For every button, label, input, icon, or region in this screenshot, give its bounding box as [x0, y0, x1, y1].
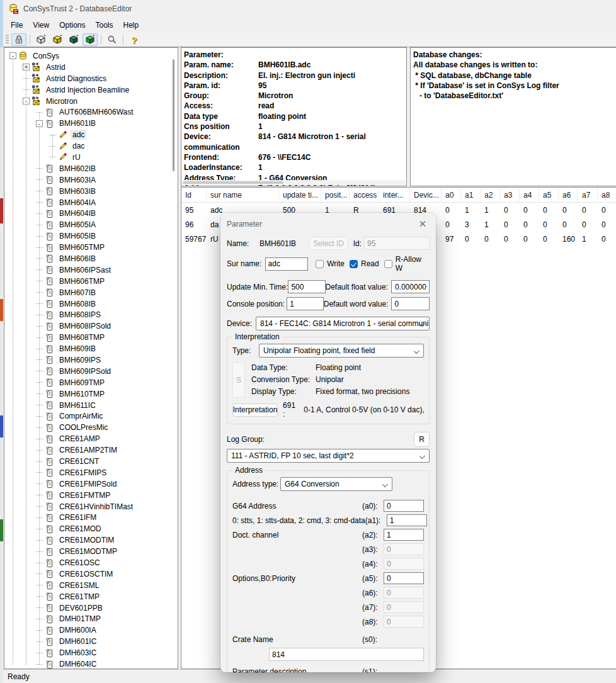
- lock-icon[interactable]: [11, 33, 26, 46]
- tree-item-Astrid Diagnostics[interactable]: Astrid Diagnostics: [6, 73, 169, 84]
- tree-item-label[interactable]: rU: [71, 152, 83, 162]
- tree-item-label[interactable]: BMH607IB: [57, 288, 98, 298]
- tree-item-label[interactable]: CRE61HVinhibTIMast: [57, 502, 135, 512]
- tree-item-label[interactable]: BMH606IPSast: [57, 265, 113, 275]
- tree-item-label[interactable]: AUT606BMH606Wast: [57, 107, 135, 117]
- tree-item-CRE61OSCTIM[interactable]: CRE61OSCTIM: [6, 568, 169, 580]
- column-header-access[interactable]: access: [350, 188, 379, 202]
- tree-item-Astrid Injection Beamline[interactable]: Astrid Injection Beamline: [6, 84, 169, 96]
- tree-item-rU[interactable]: rU: [6, 152, 169, 163]
- tree-item-COOLPresMic[interactable]: COOLPresMic: [6, 422, 169, 433]
- db-white-icon[interactable]: *: [33, 33, 48, 46]
- tree-item-label[interactable]: CRE61CNT: [57, 456, 101, 466]
- column-header-a3[interactable]: a3: [500, 188, 520, 202]
- tree-item-DEV601PPB[interactable]: DEV601PPB: [6, 602, 169, 614]
- tree-item-label[interactable]: BMH606IB: [57, 254, 98, 264]
- toolbar-grip[interactable]: [6, 35, 9, 45]
- tree-item-label[interactable]: CRE61MODTIM: [57, 535, 116, 545]
- read-checkbox[interactable]: Read: [350, 259, 379, 268]
- tree-item-label[interactable]: BMH608TMP: [57, 332, 106, 342]
- tree-item-label[interactable]: DMH600IA: [57, 625, 98, 635]
- tree-item-label[interactable]: Microtron: [44, 96, 79, 106]
- tree-item-label[interactable]: BMH605IA: [57, 220, 98, 230]
- tree-item-BMH604IB[interactable]: BMH604IB: [6, 208, 169, 219]
- address-type-select[interactable]: G64 Conversion: [280, 477, 392, 491]
- info-horizontal-scrollbar[interactable]: [182, 180, 406, 185]
- tree-item-CRE61HVinhibTIMast[interactable]: CRE61HVinhibTIMast: [6, 501, 169, 512]
- tree-item-CRE61FMIPS[interactable]: CRE61FMIPS: [6, 467, 169, 478]
- tree-item-label[interactable]: BMH603IA: [57, 175, 98, 185]
- column-header-a5[interactable]: a5: [539, 188, 559, 202]
- tree-item-label[interactable]: CRE61FMIPSold: [57, 479, 118, 489]
- tree-item-label[interactable]: CRE61MODTMP: [57, 546, 119, 556]
- column-header-Id[interactable]: Id: [181, 188, 207, 202]
- interp-type-select[interactable]: Unipolar Floating point, fixed field: [259, 344, 424, 358]
- close-icon[interactable]: ✕: [416, 218, 430, 230]
- tree-scrollbar-thumb[interactable]: [173, 59, 174, 171]
- tree-item-label[interactable]: Astrid Injection Beamline: [44, 85, 131, 95]
- column-header-posit[interactable]: posit...: [321, 188, 350, 202]
- r-button[interactable]: R: [414, 432, 430, 447]
- tree-item-BMH611IC[interactable]: BMH611IC: [6, 400, 169, 411]
- tree-item-label[interactable]: CRE61FMTMP: [57, 490, 112, 500]
- address-input-a5[interactable]: 0: [384, 572, 424, 584]
- tree-item-dac[interactable]: dac: [6, 140, 169, 152]
- tree-item-BMH606IPSast[interactable]: BMH606IPSast: [6, 264, 169, 276]
- tree-item-label[interactable]: BMH604IB: [57, 208, 98, 218]
- tree-item-label[interactable]: CRE61FMIPS: [57, 468, 108, 478]
- default-float-input[interactable]: 0.000000: [391, 280, 430, 293]
- tree-item-BMH609IPS[interactable]: BMH609IPS: [6, 354, 169, 366]
- tree-item-label[interactable]: BMH601IB: [57, 118, 98, 128]
- tree-item-CRE61CNT[interactable]: CRE61CNT: [6, 456, 169, 467]
- tree-item-label[interactable]: adc: [71, 130, 86, 140]
- tree-item-CRE61MODTIM[interactable]: CRE61MODTIM: [6, 534, 169, 546]
- tree-item-DMH601IC[interactable]: DMH601IC: [6, 636, 169, 647]
- help-icon[interactable]: ?: [127, 33, 142, 46]
- tree-item-label[interactable]: CRE61IFM: [57, 512, 98, 522]
- db-teal-icon[interactable]: *: [66, 33, 81, 46]
- tree-item-label[interactable]: BMH611IC: [57, 400, 98, 410]
- tree-item-Astrid[interactable]: +Astrid: [6, 62, 169, 73]
- tree-item-CRE61MODTMP[interactable]: CRE61MODTMP: [6, 546, 169, 557]
- db-green-icon[interactable]: *: [83, 33, 98, 46]
- tree-item-BMH608TMP[interactable]: BMH608TMP: [6, 332, 169, 343]
- tree-item-label[interactable]: BMH605IB: [57, 231, 98, 241]
- rallow-checkbox[interactable]: R-Allow W: [384, 255, 430, 273]
- tree-item-CRE61TMP[interactable]: CRE61TMP: [6, 591, 169, 602]
- interpretation-button[interactable]: Interpretation: [232, 404, 278, 417]
- tree-expander[interactable]: -: [9, 52, 16, 59]
- tree-item-AUT606BMH606Wast[interactable]: AUT606BMH606Wast: [6, 106, 169, 118]
- tree-item-label[interactable]: DMH01TMP: [57, 614, 103, 624]
- tree-item-Microtron[interactable]: -Microtron: [6, 96, 169, 107]
- tree-item-ConSys[interactable]: -ConSys: [6, 50, 169, 62]
- tree-item-label[interactable]: COOLPresMic: [57, 422, 110, 432]
- address-input-a2[interactable]: 1: [384, 529, 424, 541]
- log-group-select[interactable]: 111 - ASTRID, FP 10 sec, last digit*2: [227, 449, 430, 463]
- crate-name-input[interactable]: 814: [269, 648, 424, 661]
- read-checkbox-box[interactable]: [350, 260, 358, 268]
- tree-item-BMH609IB[interactable]: BMH609IB: [6, 343, 169, 354]
- tree-item-label[interactable]: ComprAirMic: [57, 411, 105, 421]
- tree-item-BMH603IA[interactable]: BMH603IA: [6, 174, 169, 186]
- tree-item-label[interactable]: DEV601PPB: [57, 603, 105, 613]
- tree-item-label[interactable]: DMH603IC: [57, 648, 98, 658]
- tree-item-BMH606IB[interactable]: BMH606IB: [6, 253, 169, 264]
- address-input-a1[interactable]: 1: [387, 514, 427, 526]
- tree-item-label[interactable]: BMH609IPS: [57, 355, 103, 365]
- menu-view[interactable]: View: [28, 19, 54, 31]
- tree-item-DMH604IC[interactable]: DMH604IC: [6, 658, 169, 669]
- menu-options[interactable]: Options: [54, 19, 90, 31]
- db-yellow-icon[interactable]: *: [50, 33, 65, 46]
- column-header-a0[interactable]: a0: [442, 188, 461, 202]
- surname-input[interactable]: adc: [265, 257, 309, 271]
- tree-item-CRE61AMP2TIM[interactable]: CRE61AMP2TIM: [6, 444, 169, 456]
- tree-item-label[interactable]: CRE61AMP: [57, 434, 102, 444]
- tree-item-label[interactable]: BMH608IPS: [57, 310, 103, 320]
- column-header-surname[interactable]: sur name: [207, 188, 279, 202]
- tree-item-CRE61MOD[interactable]: CRE61MOD: [6, 523, 169, 534]
- column-header-a8[interactable]: a8: [598, 188, 616, 202]
- tree-item-label[interactable]: BMH603IB: [57, 186, 98, 196]
- tree-item-BMH605IB[interactable]: BMH605IB: [6, 230, 169, 242]
- menu-file[interactable]: File: [6, 19, 28, 31]
- search-icon[interactable]: [105, 33, 120, 46]
